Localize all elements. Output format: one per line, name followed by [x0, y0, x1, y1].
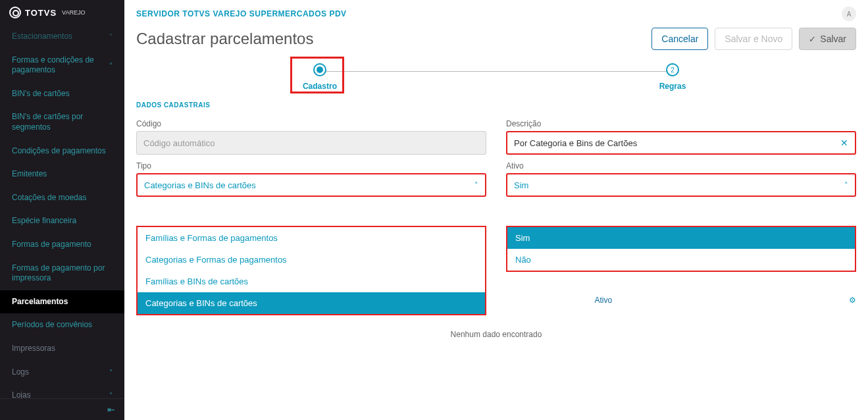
form-grid: Código Código automático Descrição Por C…	[124, 115, 868, 197]
ativo-select[interactable]: Sim ˄	[506, 173, 856, 197]
tipo-dropdown: Famílias e Formas de pagamentos Categori…	[136, 226, 486, 315]
cancel-button[interactable]: Cancelar	[651, 28, 708, 50]
sidebar-item-label: Logs	[12, 367, 29, 378]
label-tipo: Tipo	[136, 161, 486, 171]
ativo-option[interactable]: Não	[507, 249, 855, 271]
sidebar-item-label: Períodos de convênios	[12, 320, 92, 330]
server-title: SERVIDOR TOTVS VAREJO SUPERMERCADOS PDV	[136, 9, 347, 18]
brand-name: TOTVS	[25, 8, 57, 18]
chevron-up-icon: ˄	[844, 181, 848, 190]
chevron-up-icon: ˄	[109, 61, 113, 70]
sidebar-item-bins-cartoes[interactable]: BIN's de cartões	[0, 82, 124, 106]
sidebar-item-formas-condicoes[interactable]: Formas e condições de pagamentos ˄	[0, 49, 124, 82]
codigo-input: Código automático	[136, 131, 486, 155]
sidebar-item-label: Formas e condições de pagamentos	[12, 55, 109, 76]
table-empty-message: Nenhum dado encontrado	[124, 330, 868, 339]
label-codigo: Código	[136, 119, 486, 128]
chevron-down-icon: ˅	[109, 32, 113, 41]
sidebar-item-condicoes-pagamentos[interactable]: Condições de pagamentos	[0, 140, 124, 163]
tipo-value: Categorias e BINs de cartões	[144, 180, 474, 190]
step-circle-active-icon	[313, 63, 326, 76]
action-buttons: Cancelar Salvar e Novo ✓ Salvar	[651, 28, 856, 50]
tipo-option[interactable]: Famílias e Formas de pagamentos	[138, 227, 485, 249]
descricao-input[interactable]: Por Categoria e Bins de Cartões ✕	[506, 131, 856, 155]
sidebar-item-formas-pagamento[interactable]: Formas de pagamento	[0, 233, 124, 257]
tipo-option[interactable]: Famílias e BINs de cartões	[138, 271, 485, 292]
stepper-line	[317, 71, 677, 72]
label-descricao: Descrição	[506, 119, 856, 128]
step-cadastro[interactable]: Cadastro	[290, 63, 349, 91]
section-dados-cadastrais: DADOS CADASTRAIS	[124, 100, 868, 115]
sidebar-item-estacionamentos[interactable]: Estacionamentos ˅	[0, 25, 124, 49]
page-head: Cadastrar parcelamentos Cancelar Salvar …	[124, 24, 868, 63]
sidebar-item-label: Formas de pagamento por impressora	[12, 263, 113, 284]
sidebar-item-label: Cotações de moedas	[12, 193, 86, 203]
sidebar-item-cotacoes-moedas[interactable]: Cotações de moedas	[0, 186, 124, 210]
brand-suffix: VAREJO	[62, 9, 85, 16]
sidebar-item-label: Emitentes	[12, 169, 47, 180]
main: SERVIDOR TOTVS VAREJO SUPERMERCADOS PDV …	[124, 0, 868, 420]
sidebar-item-formas-pagamento-impressora[interactable]: Formas de pagamento por impressora	[0, 257, 124, 290]
brand: TOTVS VAREJO	[0, 0, 124, 25]
chevron-up-icon: ˄	[474, 181, 478, 190]
sidebar-item-especie-financeira[interactable]: Espécie financeira	[0, 209, 124, 233]
clear-icon[interactable]: ✕	[840, 138, 848, 148]
sidebar-item-label: Espécie financeira	[12, 216, 76, 226]
ativo-dropdown: Sim Não	[506, 226, 856, 272]
topbar: SERVIDOR TOTVS VAREJO SUPERMERCADOS PDV …	[124, 0, 868, 24]
label-ativo: Ativo	[506, 161, 856, 171]
ativo-option-selected[interactable]: Sim	[507, 227, 855, 249]
sidebar-item-emitentes[interactable]: Emitentes	[0, 163, 124, 186]
sidebar-item-label: Formas de pagamento	[12, 240, 91, 250]
save-and-new-button: Salvar e Novo	[715, 28, 792, 50]
sidebar-item-label: Estacionamentos	[12, 32, 72, 42]
page-title: Cadastrar parcelamentos	[136, 30, 313, 48]
sidebar-item-label: Condições de pagamentos	[12, 146, 106, 157]
step-label: Regras	[643, 82, 702, 91]
sidebar-item-label: Impressoras	[12, 344, 55, 354]
tipo-option[interactable]: Categorias e Formas de pagamentos	[138, 249, 485, 271]
codigo-placeholder: Código automático	[143, 138, 215, 148]
chevron-down-icon: ˅	[109, 391, 113, 398]
check-icon: ✓	[809, 34, 816, 44]
step-circle-icon: 2	[666, 63, 679, 76]
gear-icon[interactable]: ⚙	[849, 296, 856, 305]
sidebar-item-logs[interactable]: Logs ˅	[0, 361, 124, 384]
ativo-value: Sim	[514, 180, 844, 190]
sidebar-nav: Estacionamentos ˅ Formas e condições de …	[0, 25, 124, 398]
chevron-down-icon: ˅	[109, 368, 113, 377]
sidebar: TOTVS VAREJO Estacionamentos ˅ Formas e …	[0, 0, 124, 420]
brand-logo-icon	[9, 7, 21, 18]
sidebar-item-periodos-convenios[interactable]: Períodos de convênios	[0, 313, 124, 337]
stepper: Cadastro 2 Regras	[136, 63, 856, 100]
sidebar-item-parcelamentos[interactable]: Parcelamentos	[0, 290, 124, 314]
step-regras[interactable]: 2 Regras	[643, 63, 702, 91]
sidebar-footer: ⇤	[0, 398, 124, 420]
sidebar-item-lojas[interactable]: Lojas ˅	[0, 384, 124, 398]
sidebar-item-impressoras[interactable]: Impressoras	[0, 337, 124, 361]
avatar[interactable]: A	[842, 7, 856, 21]
step-label: Cadastro	[290, 82, 349, 91]
col-ativo[interactable]: Ativo	[594, 296, 823, 305]
sidebar-item-bins-segmentos[interactable]: BIN's de cartões por segmentos	[0, 105, 124, 139]
save-button[interactable]: ✓ Salvar	[799, 28, 856, 50]
tipo-option-selected[interactable]: Categorias e BINs de cartões	[138, 292, 485, 314]
tipo-select[interactable]: Categorias e BINs de cartões ˄	[136, 173, 486, 197]
collapse-sidebar-icon[interactable]: ⇤	[107, 404, 115, 415]
descricao-value: Por Categoria e Bins de Cartões	[514, 138, 637, 148]
sidebar-item-label: BIN's de cartões por segmentos	[12, 112, 113, 132]
sidebar-item-label: BIN's de cartões	[12, 89, 70, 99]
sidebar-item-label: Lojas	[12, 390, 31, 398]
save-button-label: Salvar	[820, 34, 846, 44]
sidebar-item-label: Parcelamentos	[12, 297, 68, 307]
